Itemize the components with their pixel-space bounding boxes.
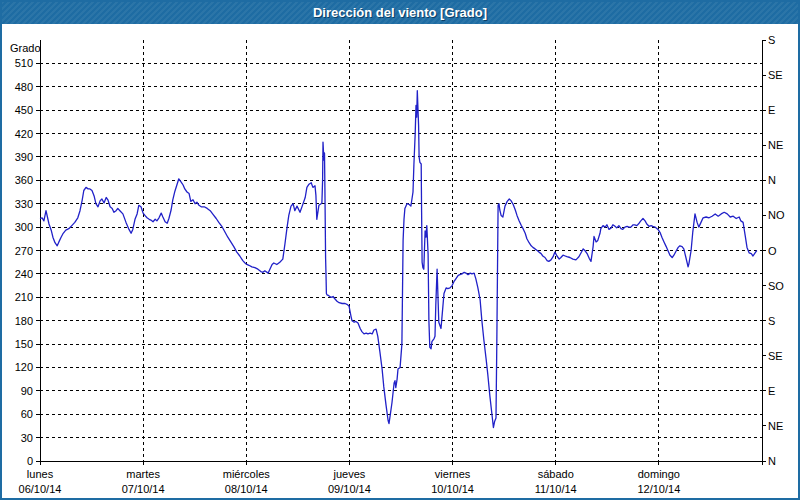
svg-text:NO: NO (768, 209, 785, 221)
chart-window: Dirección del viento [Grado] 03060901201… (0, 0, 800, 500)
svg-text:SE: SE (768, 69, 783, 81)
svg-text:S: S (768, 34, 775, 46)
svg-text:420: 420 (15, 128, 33, 140)
svg-text:N: N (768, 174, 776, 186)
svg-text:330: 330 (15, 198, 33, 210)
svg-text:240: 240 (15, 268, 33, 280)
x-label-weekday: domingo (638, 468, 680, 480)
x-label-weekday: lunes (27, 468, 54, 480)
wind-direction-series (40, 91, 757, 428)
svg-text:180: 180 (15, 315, 33, 327)
x-label-date: 11/10/14 (535, 483, 577, 495)
x-label-weekday: jueves (333, 468, 366, 480)
x-label-date: 10/10/14 (431, 483, 474, 495)
x-label-weekday: viernes (435, 468, 471, 480)
svg-text:N: N (768, 455, 776, 467)
svg-text:30: 30 (21, 432, 33, 444)
svg-text:NE: NE (768, 420, 783, 432)
svg-text:0: 0 (27, 455, 33, 467)
svg-text:480: 480 (15, 81, 33, 93)
svg-text:SO: SO (768, 280, 784, 292)
svg-text:NE: NE (768, 139, 783, 151)
x-label-date: 12/10/14 (637, 483, 680, 495)
svg-text:390: 390 (15, 151, 33, 163)
wind-direction-chart: 0306090120150180210240270300330360390420… (2, 24, 798, 498)
svg-text:300: 300 (15, 221, 33, 233)
svg-text:360: 360 (15, 174, 33, 186)
svg-text:O: O (768, 245, 777, 257)
svg-text:SE: SE (768, 350, 783, 362)
svg-text:150: 150 (15, 338, 33, 350)
svg-text:90: 90 (21, 385, 33, 397)
x-label-date: 06/10/14 (19, 483, 62, 495)
svg-text:510: 510 (15, 57, 33, 69)
svg-text:Grado: Grado (10, 42, 41, 54)
x-label-weekday: martes (126, 468, 160, 480)
svg-text:120: 120 (15, 361, 33, 373)
svg-text:E: E (768, 104, 775, 116)
x-label-date: 09/10/14 (328, 483, 371, 495)
x-label-date: 07/10/14 (122, 483, 165, 495)
x-label-weekday: miércoles (223, 468, 271, 480)
svg-text:E: E (768, 385, 775, 397)
svg-text:60: 60 (21, 408, 33, 420)
x-label-date: 08/10/14 (225, 483, 268, 495)
svg-text:270: 270 (15, 245, 33, 257)
chart-title: Dirección del viento [Grado] (2, 2, 798, 24)
svg-text:450: 450 (15, 104, 33, 116)
svg-text:S: S (768, 315, 775, 327)
x-label-weekday: sábado (538, 468, 574, 480)
svg-text:210: 210 (15, 291, 33, 303)
